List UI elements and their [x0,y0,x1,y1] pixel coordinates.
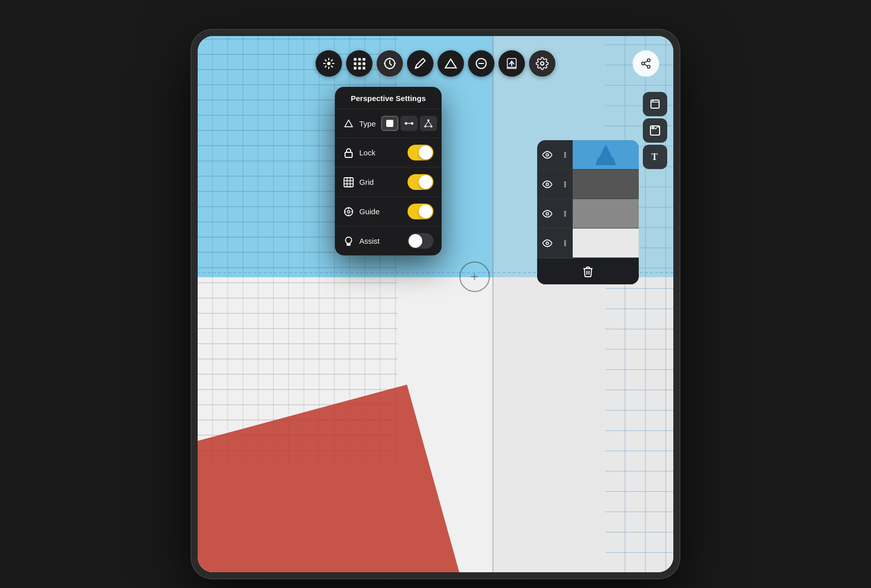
type-row: Type [335,109,442,138]
svg-rect-4 [354,62,356,65]
layer-3-visibility[interactable] [537,199,557,228]
svg-rect-8 [358,67,361,70]
eye-icon [542,150,552,160]
svg-rect-3 [363,58,365,60]
layer-3-options[interactable] [557,199,573,228]
lock-toggle-knob [419,146,432,159]
svg-point-22 [424,125,426,127]
perspective-settings-popup: Perspective Settings Type [335,87,442,255]
layer-2-visibility[interactable] [537,170,557,199]
main-toolbar [316,50,555,77]
layer-row [537,170,639,199]
perspective-thumb-icon [593,142,618,168]
svg-rect-5 [358,62,361,65]
pen-button[interactable] [407,50,433,77]
assist-toggle[interactable] [408,233,433,249]
layer-1-visibility[interactable] [537,140,557,169]
eye-icon [542,209,552,219]
halftone-button[interactable] [346,50,372,77]
guide-label: Guide [359,207,402,216]
svg-point-47 [546,183,549,185]
grid-toggle-knob [419,175,432,189]
layer-row [537,140,639,170]
layer-2-dots [564,181,566,187]
layer-row [537,228,639,258]
type-icon [343,118,354,129]
transform-button[interactable] [316,50,342,77]
svg-line-24 [425,121,428,125]
layers-panel [537,140,639,284]
svg-line-25 [428,121,431,125]
guide-row: Guide [335,197,442,226]
layer-2-thumb [573,170,639,199]
lock-row: Lock [335,138,442,168]
svg-text:T: T [651,152,658,162]
type-label: Type [359,119,376,128]
settings-button[interactable] [529,50,555,77]
svg-rect-6 [363,62,365,65]
layer-1-thumb [573,140,639,169]
text-button[interactable]: T [643,145,667,169]
svg-rect-9 [363,67,365,70]
svg-point-18 [405,122,407,125]
svg-rect-17 [386,120,393,127]
layer-1-thumbnail [573,140,639,169]
grid-icon [343,177,354,188]
svg-point-15 [541,62,544,66]
share-button[interactable] [633,50,659,77]
svg-rect-40 [651,100,659,108]
ipad-screen: Perspective Settings Type [198,36,673,572]
eraser-icon [444,57,457,70]
transform-icon [322,57,335,70]
svg-rect-7 [354,67,356,70]
svg-marker-11 [445,59,456,68]
text-icon: T [649,151,661,163]
panel-tools: T [643,92,667,169]
layer-4-thumbnail [573,228,639,257]
layer-3-thumb [573,199,639,228]
assist-row: Assist [335,226,442,255]
lock-toggle[interactable] [408,145,433,160]
svg-point-21 [427,119,429,121]
eye-icon [542,179,552,189]
assist-icon [343,236,354,247]
import-icon [505,57,518,70]
new-layer-button[interactable] [643,92,667,116]
2point-icon [405,119,414,128]
svg-point-34 [348,210,350,213]
svg-rect-2 [358,58,361,60]
ipad-frame: Perspective Settings Type [192,30,679,578]
layer-1-options[interactable] [557,140,573,169]
type-selector [381,116,437,131]
reference-button[interactable] [643,118,667,143]
layer-2-options[interactable] [557,170,573,199]
assist-label: Assist [359,237,402,245]
layer-4-options[interactable] [557,228,573,257]
type-3point-button[interactable] [420,116,437,131]
svg-point-20 [411,122,413,125]
import-button[interactable] [499,50,525,77]
trash-icon [582,266,594,278]
svg-rect-1 [354,58,356,60]
svg-rect-28 [344,178,353,187]
guide-toggle-knob [419,205,432,218]
reference-icon [649,124,661,137]
subtract-icon [475,57,488,70]
grid-toggle[interactable] [408,174,433,190]
perspective-button[interactable] [377,50,403,77]
svg-rect-27 [345,152,352,157]
type-2point-button[interactable] [400,116,418,131]
layer-4-visibility[interactable] [537,228,557,257]
eraser-button[interactable] [438,50,464,77]
svg-marker-45 [598,147,613,165]
subtract-button[interactable] [468,50,494,77]
type-1point-button[interactable] [381,116,398,131]
delete-layer-button[interactable] [537,258,639,284]
layer-row [537,199,639,228]
lock-label: Lock [359,148,402,157]
eye-icon [542,238,552,248]
share-icon [640,58,651,69]
1point-icon [385,119,394,128]
guide-toggle[interactable] [408,204,433,219]
layer-4-dots [564,240,566,246]
